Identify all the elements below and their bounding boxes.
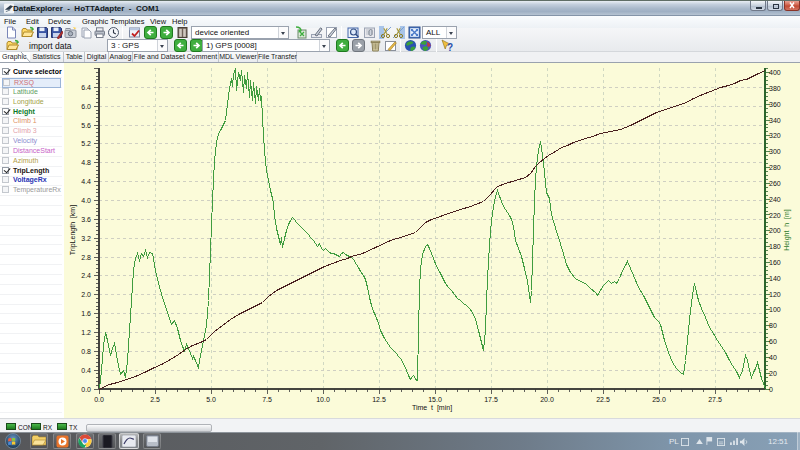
svg-text:240: 240 [769,196,781,203]
svg-text:0: 0 [769,386,773,393]
svg-text:25.0: 25.0 [652,396,666,403]
svg-text:0.8: 0.8 [81,348,91,355]
svg-text:1.6: 1.6 [81,310,91,317]
svg-text:340: 340 [769,117,781,124]
svg-text:380: 380 [769,85,781,92]
svg-text:12.5: 12.5 [372,396,386,403]
svg-text:TripLength [km]: TripLength [km] [69,205,77,255]
svg-text:4.0: 4.0 [81,197,91,204]
svg-text:80: 80 [769,322,777,329]
svg-text:140: 140 [769,275,781,282]
svg-text:60: 60 [769,338,777,345]
svg-text:Height h [m]: Height h [m] [783,209,791,251]
svg-text:15.0: 15.0 [428,396,442,403]
svg-text:280: 280 [769,164,781,171]
svg-text:220: 220 [769,212,781,219]
svg-text:320: 320 [769,132,781,139]
svg-text:2.8: 2.8 [81,254,91,261]
svg-text:0.0: 0.0 [94,396,104,403]
svg-text:17.5: 17.5 [484,396,498,403]
svg-text:5.2: 5.2 [81,140,91,147]
svg-text:?: ? [447,42,453,53]
svg-text:6.4: 6.4 [81,84,91,91]
svg-text:4.4: 4.4 [81,178,91,185]
svg-text:260: 260 [769,180,781,187]
svg-text:22.5: 22.5 [596,396,610,403]
svg-text:2.5: 2.5 [150,396,160,403]
svg-text:4.8: 4.8 [81,159,91,166]
svg-text:20: 20 [769,370,777,377]
svg-text:2.0: 2.0 [81,291,91,298]
svg-text:100: 100 [769,306,781,313]
svg-text:120: 120 [769,291,781,298]
svg-text:5.0: 5.0 [206,396,216,403]
svg-text:300: 300 [769,148,781,155]
svg-text:2.4: 2.4 [81,272,91,279]
svg-text:3.2: 3.2 [81,235,91,242]
svg-text:5.6: 5.6 [81,122,91,129]
svg-text:27.5: 27.5 [708,396,722,403]
svg-text:180: 180 [769,243,781,250]
svg-text:40: 40 [769,354,777,361]
svg-text:10.0: 10.0 [316,396,330,403]
svg-text:200: 200 [769,227,781,234]
svg-text:20.0: 20.0 [540,396,554,403]
svg-text:3.6: 3.6 [81,216,91,223]
svg-text:6.0: 6.0 [81,103,91,110]
svg-text:0.4: 0.4 [81,367,91,374]
svg-text:7.5: 7.5 [262,396,272,403]
svg-text:400: 400 [769,69,781,76]
svg-text:0.0: 0.0 [81,386,91,393]
svg-text:Time t [min]: Time t [min] [412,404,452,412]
svg-text:1.2: 1.2 [81,329,91,336]
svg-text:160: 160 [769,259,781,266]
svg-text:360: 360 [769,101,781,108]
